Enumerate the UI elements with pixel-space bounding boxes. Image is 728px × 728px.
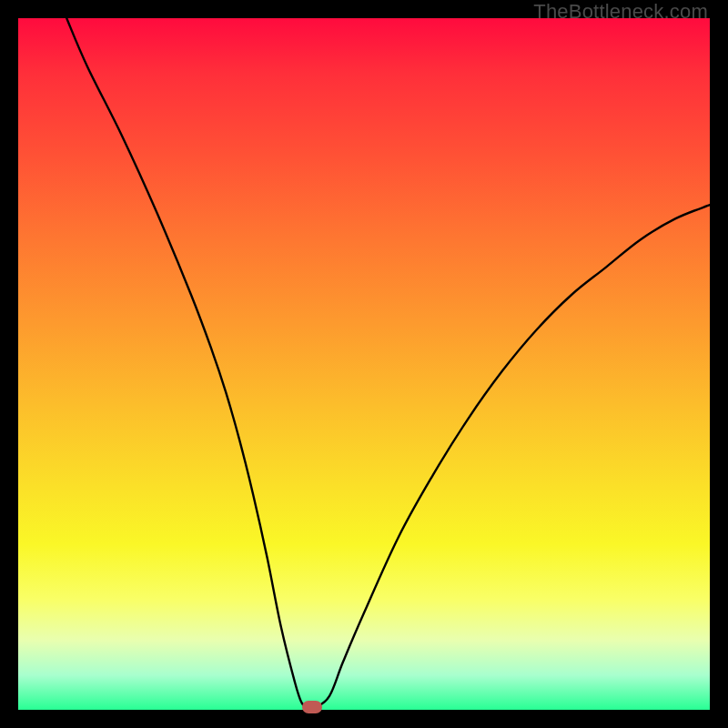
bottleneck-curve [18, 18, 710, 710]
plot-area [18, 18, 710, 710]
chart-frame: TheBottleneck.com [0, 0, 728, 728]
minimum-marker [302, 701, 322, 713]
watermark-text: TheBottleneck.com [533, 0, 708, 24]
